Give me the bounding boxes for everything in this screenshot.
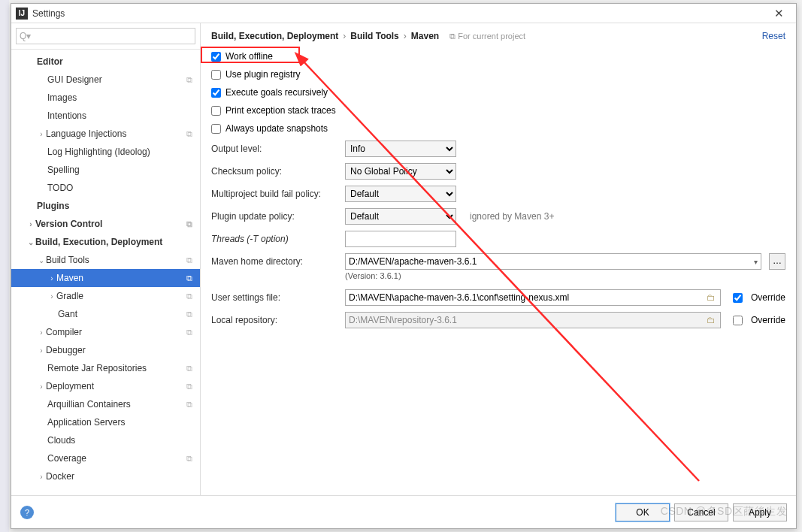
breadcrumb-2[interactable]: Build Tools <box>350 31 398 41</box>
window-title: Settings <box>32 8 766 19</box>
tree-plugins[interactable]: Plugins <box>11 197 200 215</box>
print-ex-checkbox[interactable] <box>211 106 221 116</box>
tree-docker[interactable]: ›Docker <box>11 467 200 485</box>
tree-build-tools[interactable]: ⌄Build Tools⧉ <box>11 251 200 269</box>
local-repo-override-checkbox[interactable] <box>733 316 743 325</box>
apply-button[interactable]: Apply <box>733 503 787 521</box>
help-icon[interactable]: ? <box>20 506 34 519</box>
exec-goals-label: Execute goals recursively <box>225 87 328 98</box>
tree-debugger[interactable]: ›Debugger <box>11 341 200 359</box>
tree-gui-designer[interactable]: GUI Designer⧉ <box>11 71 200 89</box>
maven-home-combo[interactable]: D:/MAVEN/apache-maven-3.6.1▾ <box>345 253 761 270</box>
output-level-label: Output level: <box>211 144 339 154</box>
tree-clouds[interactable]: Clouds <box>11 431 200 449</box>
tree-lang-injections[interactable]: ›Language Injections⧉ <box>11 125 200 143</box>
user-settings-field[interactable]: D:\MAVEN\apache-maven-3.6.1\conf\setting… <box>345 289 721 306</box>
user-settings-override-label: Override <box>751 292 785 303</box>
settings-tree: Editor GUI Designer⧉ Images Intentions ›… <box>11 50 200 495</box>
maven-version-label: (Version: 3.6.1) <box>211 271 785 280</box>
tree-remote-jar[interactable]: Remote Jar Repositories⧉ <box>11 359 200 377</box>
chevron-down-icon: ▾ <box>754 258 758 266</box>
dialog-footer: ? OK Cancel Apply <box>11 495 796 528</box>
plugin-update-select[interactable]: Default <box>345 208 456 225</box>
tree-bed[interactable]: ⌄Build, Execution, Deployment <box>11 233 200 251</box>
tree-compiler[interactable]: ›Compiler⧉ <box>11 323 200 341</box>
breadcrumb: Build, Execution, Deployment › Build Too… <box>211 31 785 41</box>
tree-images[interactable]: Images <box>11 89 200 107</box>
print-ex-label: Print exception stack traces <box>225 105 336 116</box>
update-snap-checkbox[interactable] <box>211 124 221 134</box>
tree-app-servers[interactable]: Application Servers <box>11 413 200 431</box>
tree-gant[interactable]: Gant⧉ <box>11 305 200 323</box>
app-icon: IJ <box>16 8 28 20</box>
plugin-registry-checkbox[interactable] <box>211 70 221 80</box>
update-snap-label: Always update snapshots <box>225 123 328 134</box>
multiproject-label: Multiproject build fail policy: <box>211 189 339 199</box>
checksum-label: Checksum policy: <box>211 166 339 177</box>
breadcrumb-3: Maven <box>411 31 439 41</box>
tree-intentions[interactable]: Intentions <box>11 107 200 125</box>
close-button[interactable]: ✕ <box>766 7 791 20</box>
threads-input[interactable] <box>345 231 456 247</box>
output-level-select[interactable]: Info <box>345 141 456 157</box>
checksum-select[interactable]: No Global Policy <box>345 163 456 180</box>
tree-coverage[interactable]: Coverage⧉ <box>11 449 200 467</box>
tree-log-highlighting[interactable]: Log Highlighting (Ideolog) <box>11 143 200 161</box>
breadcrumb-1[interactable]: Build, Execution, Deployment <box>211 31 338 41</box>
multiproject-select[interactable]: Default <box>345 186 456 202</box>
plugin-registry-label: Use plugin registry <box>225 69 300 80</box>
tree-arquillian[interactable]: Arquillian Containers⧉ <box>11 395 200 413</box>
plugin-update-hint: ignored by Maven 3+ <box>470 211 554 222</box>
browse-button[interactable]: … <box>769 253 785 270</box>
maven-home-label: Maven home directory: <box>211 256 339 267</box>
tree-spelling[interactable]: Spelling <box>11 161 200 179</box>
cancel-button[interactable]: Cancel <box>674 503 728 521</box>
local-repo-override-label: Override <box>751 315 785 325</box>
tree-maven[interactable]: ›Maven⧉ <box>11 269 200 287</box>
threads-label: Threads (-T option) <box>211 234 339 244</box>
ok-button[interactable]: OK <box>616 503 670 521</box>
exec-goals-checkbox[interactable] <box>211 88 221 98</box>
sidebar: Editor GUI Designer⧉ Images Intentions ›… <box>11 23 201 495</box>
folder-icon[interactable]: 🗀 <box>707 292 716 303</box>
tree-todo[interactable]: TODO <box>11 179 200 197</box>
tree-version-control[interactable]: ›Version Control⧉ <box>11 215 200 233</box>
user-settings-label: User settings file: <box>211 292 339 303</box>
settings-dialog: IJ Settings ✕ Editor GUI Designer⧉ Image… <box>11 3 797 529</box>
local-repo-field: D:\MAVEN\repository-3.6.1🗀 <box>345 312 721 328</box>
work-offline-label: Work offline <box>225 51 273 62</box>
work-offline-checkbox[interactable] <box>211 52 221 62</box>
titlebar: IJ Settings ✕ <box>11 4 796 23</box>
folder-icon[interactable]: 🗀 <box>707 315 716 325</box>
user-settings-override-checkbox[interactable] <box>733 293 743 303</box>
main-panel: Build, Execution, Deployment › Build Too… <box>201 23 796 495</box>
plugin-update-label: Plugin update policy: <box>211 211 339 222</box>
tree-deployment[interactable]: ›Deployment⧉ <box>11 377 200 395</box>
project-hint: For current project <box>449 32 525 41</box>
reset-link[interactable]: Reset <box>762 31 785 41</box>
search-input[interactable] <box>16 28 195 44</box>
local-repo-label: Local repository: <box>211 315 339 325</box>
tree-gradle[interactable]: ›Gradle⧉ <box>11 287 200 305</box>
tree-editor[interactable]: Editor <box>11 53 200 71</box>
